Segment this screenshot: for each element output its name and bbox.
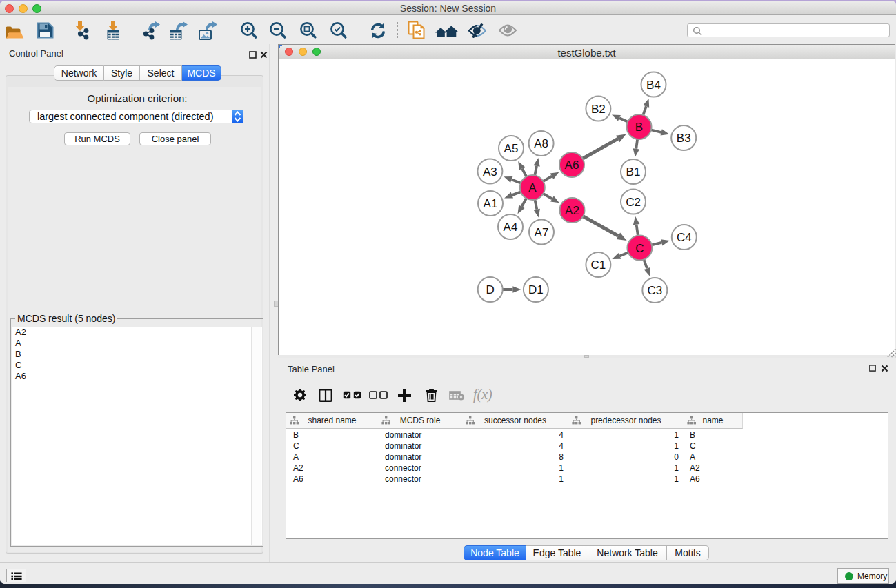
svg-text:B1: B1 [626, 165, 641, 179]
svg-text:C: C [635, 242, 644, 255]
svg-text:C4: C4 [677, 231, 692, 244]
svg-text:A6: A6 [565, 159, 579, 172]
svg-text:C2: C2 [626, 196, 641, 209]
svg-text:D: D [486, 283, 495, 296]
svg-text:B3: B3 [677, 132, 691, 145]
svg-text:A5: A5 [504, 142, 519, 155]
svg-text:D1: D1 [528, 283, 544, 296]
svg-text:C3: C3 [647, 284, 662, 297]
svg-text:A7: A7 [535, 226, 549, 239]
svg-text:A4: A4 [504, 221, 518, 234]
svg-text:A3: A3 [483, 165, 497, 179]
svg-text:B4: B4 [646, 79, 661, 92]
svg-text:C1: C1 [591, 258, 606, 272]
svg-text:A: A [528, 181, 537, 194]
svg-text:A1: A1 [484, 197, 498, 210]
svg-text:A8: A8 [534, 137, 548, 150]
svg-text:B2: B2 [591, 103, 606, 116]
svg-text:A2: A2 [565, 204, 579, 217]
svg-text:B: B [635, 121, 643, 134]
